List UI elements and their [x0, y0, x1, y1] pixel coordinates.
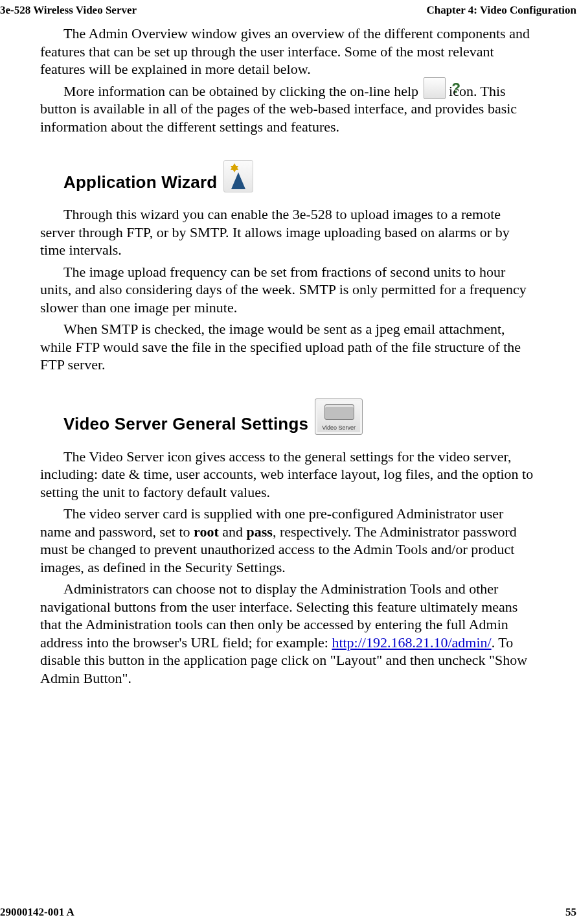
- server-box-icon: [324, 404, 354, 420]
- server-pass-label: pass: [247, 524, 273, 540]
- header-right: Chapter 4: Video Configuration: [426, 4, 576, 17]
- wizard-heading: Application Wizard: [63, 172, 217, 193]
- server-p2-mid: and: [219, 524, 247, 540]
- wizard-paragraph-2: The image upload frequency can be set fr…: [40, 263, 537, 317]
- intro-paragraph-2: More information can be obtained by clic…: [40, 82, 537, 136]
- header-left: 3e-528 Wireless Video Server: [0, 4, 137, 17]
- footer-right: 55: [565, 906, 576, 919]
- server-paragraph-1: The Video Server icon gives access to th…: [40, 448, 537, 502]
- help-icon[interactable]: [424, 77, 446, 99]
- wizard-icon[interactable]: [223, 160, 253, 192]
- video-server-icon[interactable]: Video Server: [315, 398, 363, 435]
- star-icon: [231, 163, 238, 170]
- server-heading: Video Server General Settings: [63, 413, 308, 435]
- wizard-paragraph-3: When SMTP is checked, the image would be…: [40, 320, 537, 374]
- intro-paragraph-1: The Admin Overview window gives an overv…: [40, 25, 537, 78]
- server-paragraph-2: The video server card is supplied with o…: [40, 505, 537, 576]
- page-content: The Admin Overview window gives an overv…: [40, 25, 537, 687]
- page-header: 3e-528 Wireless Video Server Chapter 4: …: [0, 4, 579, 17]
- intro-p2-part-a: More information can be obtained by clic…: [63, 83, 422, 99]
- server-paragraph-3: Administrators can choose not to display…: [40, 580, 537, 687]
- help-icon-slot: [422, 95, 446, 96]
- footer-left: 29000142-001 A: [0, 906, 74, 919]
- wizard-hat-icon: [231, 172, 245, 189]
- server-root-label: root: [194, 524, 219, 540]
- wizard-paragraph-1: Through this wizard you can enable the 3…: [40, 205, 537, 259]
- admin-url-link[interactable]: http://192.168.21.10/admin/: [332, 634, 491, 651]
- server-icon-label: Video Server: [315, 424, 362, 432]
- wizard-heading-row: Application Wizard: [63, 160, 537, 192]
- page-footer: 29000142-001 A 55: [0, 906, 576, 919]
- server-heading-row: Video Server General Settings Video Serv…: [63, 398, 537, 435]
